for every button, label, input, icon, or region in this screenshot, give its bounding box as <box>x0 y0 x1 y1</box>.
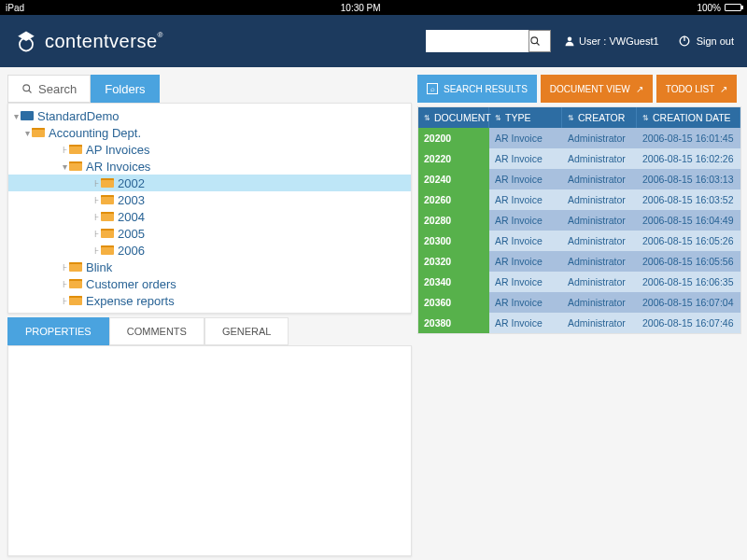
results-table: ⇅DOCUMENT ⇅TYPE ⇅CREATOR ⇅CREATION DATE … <box>417 106 741 334</box>
device-label: iPad <box>6 3 24 13</box>
status-bar: iPad 10:30 PM 100% <box>0 0 747 15</box>
tree-ap-invoices[interactable]: ⊦AP Invoices <box>8 141 411 158</box>
cell-date: 2006-08-15 16:02:26 <box>637 148 740 169</box>
table-header: ⇅DOCUMENT ⇅TYPE ⇅CREATOR ⇅CREATION DATE <box>418 107 740 128</box>
chip-document-view[interactable]: DOCUMENT VIEW ↗ <box>541 75 653 103</box>
table-row[interactable]: 20300AR InvoiceAdministrator2006-08-15 1… <box>418 231 740 251</box>
search-icon <box>21 83 33 94</box>
cell-date: 2006-08-15 16:05:56 <box>637 251 740 272</box>
brand-name: contentverse® <box>45 31 163 52</box>
tree-2004[interactable]: ⊦2004 <box>8 208 411 225</box>
tree-2005[interactable]: ⊦2005 <box>8 225 411 242</box>
brand-mark-icon <box>13 28 39 54</box>
folder-icon <box>101 195 114 204</box>
cell-creator: Administrator <box>562 169 637 189</box>
sort-icon: ⇅ <box>642 114 649 122</box>
tree-root[interactable]: ▾StandardDemo <box>8 107 411 124</box>
cell-document: 20220 <box>418 148 489 169</box>
table-row[interactable]: 20200AR InvoiceAdministrator2006-08-15 1… <box>418 128 740 148</box>
cell-type: AR Invoice <box>489 251 562 272</box>
cell-creator: Administrator <box>562 210 637 231</box>
sign-out-button[interactable]: Sign out <box>678 35 734 48</box>
tree-blink[interactable]: ⊦Blink <box>8 259 411 275</box>
power-icon <box>678 35 691 48</box>
cell-creator: Administrator <box>562 313 637 333</box>
folder-icon <box>101 212 114 221</box>
tab-properties[interactable]: PROPERTIES <box>7 317 109 345</box>
th-document[interactable]: ⇅DOCUMENT <box>418 107 489 128</box>
table-row[interactable]: 20320AR InvoiceAdministrator2006-08-15 1… <box>418 251 740 272</box>
cell-date: 2006-08-15 16:07:04 <box>637 292 740 313</box>
folder-tree: ▾StandardDemo ▾Accounting Dept. ⊦AP Invo… <box>7 103 412 314</box>
cell-document: 20340 <box>418 272 489 292</box>
cell-type: AR Invoice <box>489 189 562 210</box>
tree-2002[interactable]: ⊦2002 <box>8 175 411 191</box>
cell-date: 2006-08-15 16:01:45 <box>637 128 740 148</box>
global-search-input[interactable] <box>426 30 529 52</box>
chip-todo-list[interactable]: TODO LIST ↗ <box>656 75 738 103</box>
cell-type: AR Invoice <box>489 292 562 313</box>
clock: 10:30 PM <box>24 3 697 13</box>
brand-logo[interactable]: contentverse® <box>13 28 163 54</box>
cell-date: 2006-08-15 16:07:46 <box>637 313 740 333</box>
table-row[interactable]: 20380AR InvoiceAdministrator2006-08-15 1… <box>418 313 740 333</box>
cell-creator: Administrator <box>562 128 637 148</box>
action-bar: ⌕ SEARCH RESULTS DOCUMENT VIEW ↗ TODO LI… <box>417 75 741 103</box>
table-row[interactable]: 20220AR InvoiceAdministrator2006-08-15 1… <box>418 148 740 169</box>
svg-point-1 <box>531 37 538 44</box>
th-type[interactable]: ⇅TYPE <box>489 107 562 128</box>
tree-2003[interactable]: ⊦2003 <box>8 191 411 208</box>
cell-type: AR Invoice <box>489 128 562 148</box>
table-row[interactable]: 20240AR InvoiceAdministrator2006-08-15 1… <box>418 169 740 189</box>
external-link-icon: ↗ <box>720 84 727 94</box>
folder-icon <box>101 245 114 255</box>
cell-type: AR Invoice <box>489 169 562 189</box>
tab-general[interactable]: GENERAL <box>204 317 289 345</box>
tree-accounting[interactable]: ▾Accounting Dept. <box>8 124 411 141</box>
cell-date: 2006-08-15 16:04:49 <box>637 210 740 231</box>
app-header: contentverse® User : VWGuest1 Sign out <box>0 15 747 67</box>
table-row[interactable]: 20360AR InvoiceAdministrator2006-08-15 1… <box>418 292 740 313</box>
tree-expense-reports[interactable]: ⊦Expense reports <box>8 292 411 309</box>
battery-percent: 100% <box>697 3 721 13</box>
folder-icon <box>69 145 82 154</box>
th-creation-date[interactable]: ⇅CREATION DATE <box>637 107 740 128</box>
cell-creator: Administrator <box>562 189 637 210</box>
folder-icon <box>69 262 82 272</box>
tab-folders[interactable]: Folders <box>91 75 159 103</box>
cell-date: 2006-08-15 16:05:26 <box>637 231 740 251</box>
cell-document: 20260 <box>418 189 489 210</box>
user-badge[interactable]: User : VWGuest1 <box>564 35 659 47</box>
tree-customer-orders[interactable]: ⊦Customer orders <box>8 275 411 292</box>
table-row[interactable]: 20280AR InvoiceAdministrator2006-08-15 1… <box>418 210 740 231</box>
table-row[interactable]: 20260AR InvoiceAdministrator2006-08-15 1… <box>418 189 740 210</box>
cell-date: 2006-08-15 16:03:52 <box>637 189 740 210</box>
sort-icon: ⇅ <box>568 114 574 122</box>
cell-document: 20280 <box>418 210 489 231</box>
cell-document: 20200 <box>418 128 489 148</box>
tree-ar-invoices[interactable]: ▾AR Invoices <box>8 158 411 175</box>
folder-icon <box>69 313 82 314</box>
svg-line-2 <box>537 43 540 46</box>
cell-date: 2006-08-15 16:03:13 <box>637 169 740 189</box>
cell-type: AR Invoice <box>489 272 562 292</box>
detail-tabs: PROPERTIES COMMENTS GENERAL <box>7 317 412 345</box>
user-icon <box>564 35 575 47</box>
chip-search-results[interactable]: ⌕ SEARCH RESULTS <box>417 75 537 103</box>
folder-icon <box>69 296 82 305</box>
table-row[interactable]: 20340AR InvoiceAdministrator2006-08-15 1… <box>418 272 740 292</box>
cell-document: 20240 <box>418 169 489 189</box>
cell-date: 2006-08-15 16:06:35 <box>637 272 740 292</box>
th-creator[interactable]: ⇅CREATOR <box>562 107 637 128</box>
search-icon <box>529 35 541 47</box>
user-label: User : VWGuest1 <box>579 35 659 47</box>
tree-test-ui[interactable]: ⊦Test UI <box>8 309 411 314</box>
global-search-button[interactable] <box>529 30 551 52</box>
tab-search[interactable]: Search <box>7 75 91 103</box>
cell-creator: Administrator <box>562 231 637 251</box>
tab-comments[interactable]: COMMENTS <box>109 317 204 345</box>
cell-document: 20320 <box>418 251 489 272</box>
cell-type: AR Invoice <box>489 231 562 251</box>
tree-2006[interactable]: ⊦2006 <box>8 242 411 259</box>
cell-creator: Administrator <box>562 292 637 313</box>
